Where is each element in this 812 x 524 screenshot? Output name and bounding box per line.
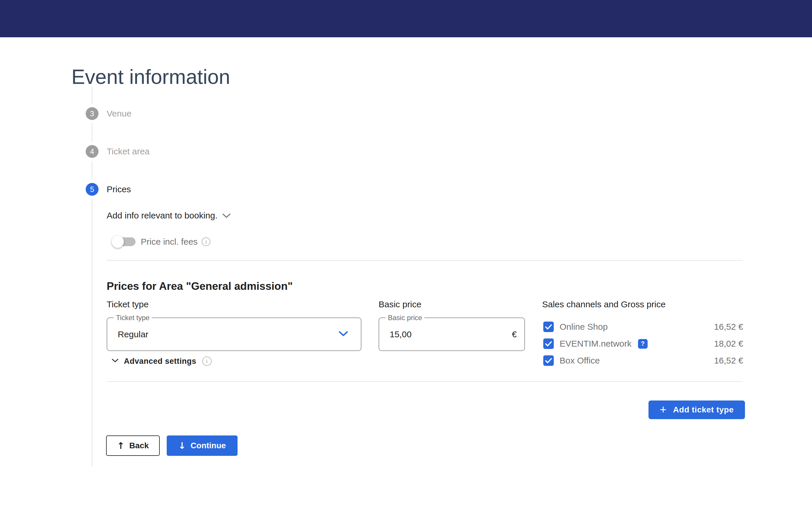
step-number-badge: 4 (86, 145, 98, 158)
step-number-badge: 3 (86, 107, 98, 120)
chevron-down-icon (222, 211, 231, 220)
stepper-step-ticket-area[interactable]: 4 Ticket area (86, 145, 149, 158)
step-label: Ticket area (107, 147, 149, 156)
basic-price-input[interactable] (390, 318, 500, 350)
info-icon[interactable]: i (202, 238, 210, 246)
stepper-step-venue[interactable]: 3 Venue (86, 107, 131, 120)
advanced-settings-label: Advanced settings (124, 357, 196, 365)
ticket-type-select-value: Regular (118, 330, 148, 339)
sales-channel-row: EVENTIM.network ? 18,02 € (543, 339, 743, 349)
add-ticket-type-button[interactable]: + Add ticket type (649, 400, 745, 419)
add-ticket-type-label: Add ticket type (673, 405, 734, 414)
ticket-type-select-label: Ticket type (114, 314, 152, 322)
step-label: Venue (107, 109, 131, 118)
info-icon[interactable]: i (202, 357, 212, 366)
section-divider (107, 381, 743, 382)
sales-channel-row: Box Office 16,52 € (543, 355, 743, 366)
back-button[interactable]: ↑ Back (106, 436, 160, 456)
sales-channel-row: Online Shop 16,52 € (543, 322, 743, 332)
chevron-down-icon (112, 359, 118, 364)
booking-info-expander[interactable]: Add info relevant to booking. (107, 210, 231, 221)
gross-price: 18,02 € (714, 339, 743, 348)
checkbox-box-office[interactable] (543, 355, 554, 366)
advanced-settings-expander[interactable]: Advanced settings i (112, 356, 212, 366)
channel-label: Box Office (560, 356, 600, 365)
gross-price: 16,52 € (714, 323, 743, 331)
stepper-connector (92, 161, 92, 180)
help-icon[interactable]: ? (638, 339, 648, 349)
continue-button[interactable]: ↓ Continue (167, 436, 238, 456)
section-divider (107, 260, 743, 261)
prices-section-heading: Prices for Area "General admission" (107, 280, 292, 293)
price-incl-fees-toggle[interactable] (112, 238, 136, 246)
back-button-label: Back (129, 441, 149, 450)
ticket-type-select[interactable]: Ticket type Regular (107, 317, 362, 351)
toggle-thumb (112, 236, 124, 248)
gross-price: 16,52 € (714, 356, 743, 365)
checkbox-online-shop[interactable] (543, 322, 554, 332)
check-icon (545, 324, 552, 330)
chevron-down-icon (339, 331, 348, 338)
step-number-badge: 5 (86, 183, 98, 196)
stepper-step-prices[interactable]: 5 Prices (86, 183, 131, 196)
ticket-type-column-label: Ticket type (107, 300, 149, 309)
basic-price-field: Basic price € (379, 317, 525, 351)
price-incl-fees-row: Price incl. fees i (112, 236, 210, 248)
stepper-connector (92, 86, 92, 104)
page-title: Event information (71, 67, 230, 87)
sales-channels-column-label: Sales channels and Gross price (542, 300, 666, 309)
stepper-connector (92, 123, 92, 142)
app-header-bar (0, 0, 812, 37)
continue-button-label: Continue (191, 441, 226, 450)
check-icon (545, 341, 552, 347)
plus-icon: + (659, 404, 667, 415)
arrow-up-icon: ↑ (117, 441, 125, 450)
check-icon (545, 358, 552, 363)
price-incl-fees-label: Price incl. fees (141, 238, 197, 246)
channel-label: Online Shop (560, 323, 608, 331)
step-label: Prices (107, 185, 131, 194)
arrow-down-icon: ↓ (178, 441, 186, 450)
booking-info-label: Add info relevant to booking. (107, 211, 218, 220)
stepper-connector (92, 199, 92, 466)
channel-label: EVENTIM.network (560, 339, 632, 348)
currency-suffix: € (512, 330, 517, 339)
basic-price-column-label: Basic price (379, 300, 421, 309)
checkbox-eventim-network[interactable] (543, 339, 554, 349)
